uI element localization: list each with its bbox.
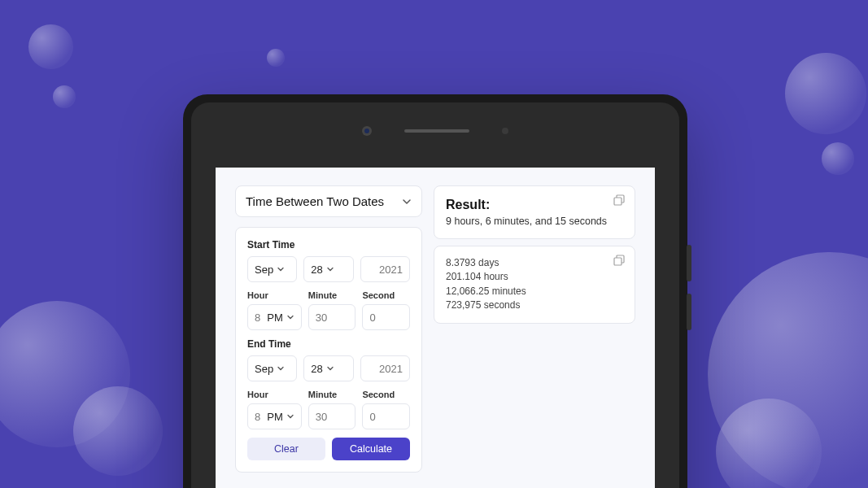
start-time-label: Start Time xyxy=(247,239,410,251)
end-time-label: End Time xyxy=(247,338,410,350)
decor-bubble xyxy=(28,24,73,69)
decor-bubble xyxy=(785,53,866,134)
end-ampm-value: PM xyxy=(267,411,283,423)
copy-icon[interactable] xyxy=(613,255,625,266)
decor-bubble xyxy=(73,386,163,476)
end-month-select[interactable]: Sep xyxy=(247,355,297,381)
end-day-select[interactable]: 28 xyxy=(303,355,353,381)
result-title: Result: xyxy=(446,198,623,212)
chevron-down-icon xyxy=(286,313,294,321)
start-second-input[interactable]: 0 xyxy=(362,304,410,330)
result-main: 9 hours, 6 minutes, and 15 seconds xyxy=(446,216,623,227)
time-form: Start Time Sep 28 2021 xyxy=(235,227,422,473)
breakdown-hours: 201.104 hours xyxy=(446,270,623,284)
decor-bubble xyxy=(53,85,76,108)
start-month-select[interactable]: Sep xyxy=(247,256,297,282)
breakdown-seconds: 723,975 seconds xyxy=(446,298,623,312)
result-card: Result: 9 hours, 6 minutes, and 15 secon… xyxy=(434,185,635,239)
end-month-value: Sep xyxy=(255,363,273,375)
mode-label: Time Between Two Dates xyxy=(246,194,384,208)
mode-select[interactable]: Time Between Two Dates xyxy=(235,185,422,217)
tablet-frame: Time Between Two Dates Start Time Sep 28 xyxy=(183,94,687,488)
chevron-down-icon xyxy=(277,364,285,373)
svg-rect-1 xyxy=(614,198,622,205)
chevron-down-icon xyxy=(326,364,334,373)
end-day-value: 28 xyxy=(311,363,322,375)
tablet-screen: Time Between Two Dates Start Time Sep 28 xyxy=(216,168,655,488)
calculate-button[interactable]: Calculate xyxy=(332,438,410,460)
start-hour-input[interactable]: 8 PM xyxy=(247,304,302,330)
svg-rect-3 xyxy=(614,258,622,265)
end-minute-value: 30 xyxy=(316,411,327,423)
chevron-down-icon xyxy=(286,412,294,420)
start-hour-value: 8 xyxy=(255,312,260,324)
decor-bubble xyxy=(267,49,285,67)
end-second-label: Second xyxy=(362,390,410,399)
clear-button[interactable]: Clear xyxy=(247,438,325,460)
start-month-value: Sep xyxy=(255,264,273,276)
start-second-label: Second xyxy=(362,290,410,300)
end-year-value: 2021 xyxy=(379,363,403,375)
start-year-input[interactable]: 2021 xyxy=(360,256,410,282)
end-minute-label: Minute xyxy=(308,390,356,399)
end-hour-value: 8 xyxy=(255,411,260,423)
camera-icon xyxy=(362,126,372,136)
start-minute-value: 30 xyxy=(316,312,327,324)
breakdown-card: 8.3793 days 201.104 hours 12,066.25 minu… xyxy=(434,246,635,324)
end-second-value: 0 xyxy=(369,411,375,423)
start-ampm-value: PM xyxy=(267,312,283,324)
end-year-input[interactable]: 2021 xyxy=(360,355,410,381)
tablet-top xyxy=(183,119,687,143)
end-second-input[interactable]: 0 xyxy=(362,403,410,429)
decor-bubble xyxy=(822,142,854,175)
start-minute-label: Minute xyxy=(308,290,356,300)
volume-down-button xyxy=(687,294,691,330)
copy-icon[interactable] xyxy=(613,194,625,206)
start-minute-input[interactable]: 30 xyxy=(308,304,356,330)
start-day-value: 28 xyxy=(311,264,322,276)
start-second-value: 0 xyxy=(369,312,375,324)
end-hour-label: Hour xyxy=(247,390,302,399)
start-year-value: 2021 xyxy=(379,264,403,276)
volume-up-button xyxy=(687,245,691,281)
chevron-down-icon xyxy=(277,265,285,273)
start-day-select[interactable]: 28 xyxy=(303,256,353,282)
start-hour-label: Hour xyxy=(247,290,302,300)
breakdown-minutes: 12,066.25 minutes xyxy=(446,285,623,298)
breakdown-days: 8.3793 days xyxy=(446,256,623,270)
sensor-icon xyxy=(502,128,508,134)
chevron-down-icon xyxy=(326,265,334,273)
speaker-icon xyxy=(404,129,469,133)
end-ampm-select[interactable]: PM xyxy=(267,411,294,423)
end-hour-input[interactable]: 8 PM xyxy=(247,403,302,429)
chevron-down-icon xyxy=(402,197,412,207)
end-minute-input[interactable]: 30 xyxy=(308,403,356,429)
start-ampm-select[interactable]: PM xyxy=(267,312,294,324)
